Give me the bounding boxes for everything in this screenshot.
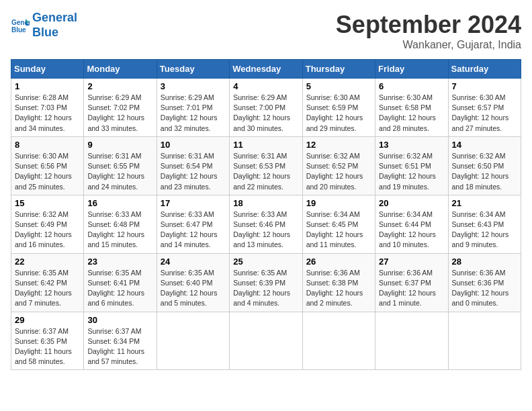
header-day-thursday: Thursday — [302, 60, 375, 79]
calendar-cell: 12Sunrise: 6:32 AMSunset: 6:52 PMDayligh… — [302, 136, 375, 195]
header-day-friday: Friday — [375, 60, 448, 79]
day-number: 22 — [15, 257, 80, 267]
day-info: Sunrise: 6:35 AMSunset: 6:42 PMDaylight:… — [15, 268, 80, 309]
day-info: Sunrise: 6:31 AMSunset: 6:55 PMDaylight:… — [87, 151, 152, 192]
calendar-cell: 7Sunrise: 6:30 AMSunset: 6:57 PMDaylight… — [448, 79, 521, 137]
calendar-cell — [375, 312, 448, 370]
day-number: 19 — [306, 198, 371, 208]
day-info: Sunrise: 6:37 AMSunset: 6:34 PMDaylight:… — [87, 326, 152, 367]
calendar-cell: 16Sunrise: 6:33 AMSunset: 6:48 PMDayligh… — [84, 195, 157, 253]
day-number: 21 — [452, 198, 517, 208]
page-header: General Blue General Blue September 2024… — [11, 11, 521, 51]
day-number: 9 — [87, 140, 152, 150]
calendar-cell: 28Sunrise: 6:36 AMSunset: 6:36 PMDayligh… — [448, 253, 521, 312]
calendar-cell: 18Sunrise: 6:33 AMSunset: 6:46 PMDayligh… — [230, 195, 302, 253]
day-number: 5 — [306, 81, 371, 91]
calendar-table: SundayMondayTuesdayWednesdayThursdayFrid… — [11, 59, 521, 370]
header-day-tuesday: Tuesday — [157, 60, 229, 79]
day-info: Sunrise: 6:33 AMSunset: 6:47 PMDaylight:… — [161, 210, 226, 250]
calendar-cell: 24Sunrise: 6:35 AMSunset: 6:40 PMDayligh… — [157, 253, 229, 312]
day-info: Sunrise: 6:36 AMSunset: 6:36 PMDaylight:… — [452, 268, 517, 309]
calendar-cell: 17Sunrise: 6:33 AMSunset: 6:47 PMDayligh… — [157, 195, 229, 253]
title-block: September 2024 Wankaner, Gujarat, India — [336, 11, 521, 51]
day-number: 25 — [233, 257, 298, 267]
calendar-cell — [302, 312, 375, 370]
calendar-cell: 22Sunrise: 6:35 AMSunset: 6:42 PMDayligh… — [11, 253, 84, 312]
day-number: 20 — [379, 198, 444, 208]
day-info: Sunrise: 6:34 AMSunset: 6:43 PMDaylight:… — [452, 210, 517, 250]
week-row-4: 22Sunrise: 6:35 AMSunset: 6:42 PMDayligh… — [11, 253, 521, 312]
week-row-3: 15Sunrise: 6:32 AMSunset: 6:49 PMDayligh… — [11, 195, 521, 253]
day-number: 14 — [452, 140, 517, 150]
svg-text:Blue: Blue — [11, 26, 26, 34]
calendar-cell: 2Sunrise: 6:29 AMSunset: 7:02 PMDaylight… — [84, 79, 157, 137]
day-info: Sunrise: 6:30 AMSunset: 6:57 PMDaylight:… — [452, 93, 517, 134]
header-day-wednesday: Wednesday — [230, 60, 302, 79]
logo: General Blue General Blue — [11, 11, 77, 40]
calendar-cell: 26Sunrise: 6:36 AMSunset: 6:38 PMDayligh… — [302, 253, 375, 312]
day-info: Sunrise: 6:33 AMSunset: 6:46 PMDaylight:… — [233, 210, 298, 250]
calendar-cell: 13Sunrise: 6:32 AMSunset: 6:51 PMDayligh… — [375, 136, 448, 195]
calendar-cell: 27Sunrise: 6:36 AMSunset: 6:37 PMDayligh… — [375, 253, 448, 312]
day-info: Sunrise: 6:29 AMSunset: 7:00 PMDaylight:… — [233, 93, 298, 134]
calendar-cell: 19Sunrise: 6:34 AMSunset: 6:45 PMDayligh… — [302, 195, 375, 253]
calendar-cell: 10Sunrise: 6:31 AMSunset: 6:54 PMDayligh… — [157, 136, 229, 195]
day-info: Sunrise: 6:35 AMSunset: 6:39 PMDaylight:… — [233, 268, 298, 309]
day-info: Sunrise: 6:34 AMSunset: 6:45 PMDaylight:… — [306, 210, 371, 250]
header-day-saturday: Saturday — [448, 60, 521, 79]
calendar-cell: 14Sunrise: 6:32 AMSunset: 6:50 PMDayligh… — [448, 136, 521, 195]
day-info: Sunrise: 6:31 AMSunset: 6:53 PMDaylight:… — [233, 151, 298, 192]
week-row-5: 29Sunrise: 6:37 AMSunset: 6:35 PMDayligh… — [11, 312, 521, 370]
day-info: Sunrise: 6:37 AMSunset: 6:35 PMDaylight:… — [15, 326, 80, 367]
day-number: 8 — [15, 140, 80, 150]
day-info: Sunrise: 6:32 AMSunset: 6:49 PMDaylight:… — [15, 210, 80, 250]
week-row-2: 8Sunrise: 6:30 AMSunset: 6:56 PMDaylight… — [11, 136, 521, 195]
day-number: 27 — [379, 257, 444, 267]
calendar-cell: 1Sunrise: 6:28 AMSunset: 7:03 PMDaylight… — [11, 79, 84, 137]
day-number: 2 — [87, 81, 152, 91]
day-number: 3 — [161, 81, 226, 91]
day-info: Sunrise: 6:30 AMSunset: 6:56 PMDaylight:… — [15, 151, 80, 192]
day-number: 17 — [161, 198, 226, 208]
day-number: 28 — [452, 257, 517, 267]
day-number: 30 — [87, 315, 152, 325]
day-info: Sunrise: 6:35 AMSunset: 6:41 PMDaylight:… — [87, 268, 152, 309]
calendar-cell: 15Sunrise: 6:32 AMSunset: 6:49 PMDayligh… — [11, 195, 84, 253]
day-info: Sunrise: 6:29 AMSunset: 7:02 PMDaylight:… — [87, 93, 152, 134]
calendar-cell — [157, 312, 229, 370]
calendar-header-row: SundayMondayTuesdayWednesdayThursdayFrid… — [11, 60, 521, 79]
day-info: Sunrise: 6:28 AMSunset: 7:03 PMDaylight:… — [15, 93, 80, 134]
day-number: 13 — [379, 140, 444, 150]
calendar-cell: 20Sunrise: 6:34 AMSunset: 6:44 PMDayligh… — [375, 195, 448, 253]
day-info: Sunrise: 6:30 AMSunset: 6:58 PMDaylight:… — [379, 93, 444, 134]
calendar-cell: 9Sunrise: 6:31 AMSunset: 6:55 PMDaylight… — [84, 136, 157, 195]
day-number: 7 — [452, 81, 517, 91]
calendar-cell: 5Sunrise: 6:30 AMSunset: 6:59 PMDaylight… — [302, 79, 375, 137]
day-info: Sunrise: 6:36 AMSunset: 6:37 PMDaylight:… — [379, 268, 444, 309]
calendar-cell: 11Sunrise: 6:31 AMSunset: 6:53 PMDayligh… — [230, 136, 302, 195]
day-number: 26 — [306, 257, 371, 267]
day-info: Sunrise: 6:29 AMSunset: 7:01 PMDaylight:… — [161, 93, 226, 134]
calendar-cell: 21Sunrise: 6:34 AMSunset: 6:43 PMDayligh… — [448, 195, 521, 253]
calendar-cell: 25Sunrise: 6:35 AMSunset: 6:39 PMDayligh… — [230, 253, 302, 312]
day-info: Sunrise: 6:35 AMSunset: 6:40 PMDaylight:… — [161, 268, 226, 309]
calendar-cell: 6Sunrise: 6:30 AMSunset: 6:58 PMDaylight… — [375, 79, 448, 137]
month-title: September 2024 — [336, 11, 521, 39]
day-number: 6 — [379, 81, 444, 91]
day-number: 29 — [15, 315, 80, 325]
day-number: 24 — [161, 257, 226, 267]
day-info: Sunrise: 6:31 AMSunset: 6:54 PMDaylight:… — [161, 151, 226, 192]
day-info: Sunrise: 6:30 AMSunset: 6:59 PMDaylight:… — [306, 93, 371, 134]
location-title: Wankaner, Gujarat, India — [336, 39, 521, 51]
day-number: 12 — [306, 140, 371, 150]
day-number: 16 — [87, 198, 152, 208]
logo-icon: General Blue — [11, 16, 30, 35]
day-info: Sunrise: 6:32 AMSunset: 6:51 PMDaylight:… — [379, 151, 444, 192]
header-day-monday: Monday — [84, 60, 157, 79]
calendar-cell: 4Sunrise: 6:29 AMSunset: 7:00 PMDaylight… — [230, 79, 302, 137]
day-number: 4 — [233, 81, 298, 91]
calendar-cell: 23Sunrise: 6:35 AMSunset: 6:41 PMDayligh… — [84, 253, 157, 312]
header-day-sunday: Sunday — [11, 60, 84, 79]
day-info: Sunrise: 6:34 AMSunset: 6:44 PMDaylight:… — [379, 210, 444, 250]
calendar-cell — [230, 312, 302, 370]
